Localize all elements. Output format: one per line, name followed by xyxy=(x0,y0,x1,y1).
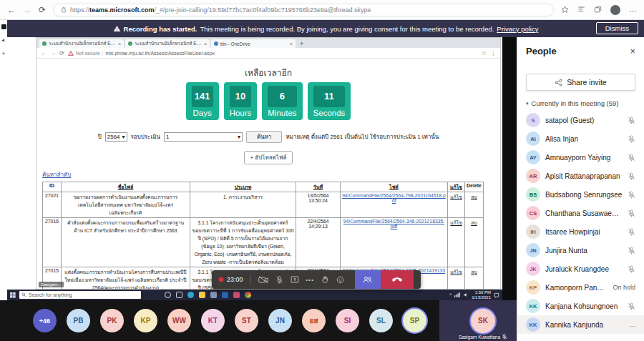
mic-off-button[interactable] xyxy=(275,275,283,284)
edge-icon[interactable] xyxy=(187,292,194,298)
mail-icon[interactable] xyxy=(222,292,228,298)
list-item[interactable]: AR Apisit Rattanaprapanan xyxy=(526,167,635,185)
new-tab-button[interactable]: + xyxy=(300,40,303,48)
file-link[interactable]: 94/CommandFile/2564/2564-346-2021218335.… xyxy=(343,219,444,229)
list-item[interactable]: CS Chanthana Susawaengsup xyxy=(526,204,635,222)
upload-file-button[interactable]: + อัปโหลดไฟล์ xyxy=(244,151,292,164)
avatar[interactable]: SL xyxy=(369,309,393,332)
browser-toolbar: ← → ⟳ https://teams.microsoft.com/_#/pre… xyxy=(0,0,644,20)
tab-close-icon[interactable]: × xyxy=(204,41,207,46)
edit-link[interactable]: แก้ไข xyxy=(448,192,465,218)
shared-url[interactable]: Not secure | mis.phrae.mju.ac.th/Assess/… xyxy=(68,51,478,56)
task-view-icon[interactable] xyxy=(176,292,182,298)
search-button[interactable]: ค้นหา xyxy=(246,131,283,143)
edit-link[interactable]: แก้ไข xyxy=(448,218,465,267)
shared-more-icon[interactable]: ⋮ xyxy=(490,50,496,56)
tab-close-icon[interactable]: × xyxy=(118,41,121,46)
shared-forward-icon[interactable]: → xyxy=(50,50,56,56)
photos-icon[interactable] xyxy=(233,292,240,298)
avatar[interactable]: SI xyxy=(336,309,359,332)
list-item[interactable]: JN Junjira Nunta xyxy=(526,241,635,260)
avatar[interactable]: PB xyxy=(67,309,90,332)
shared-tab-strip: ระบบสำนักงานอิเล็กทรอนิกส์ E-Off × ระบบส… xyxy=(36,38,500,48)
dismiss-button[interactable]: Dismiss xyxy=(596,22,638,34)
file-explorer-icon[interactable] xyxy=(199,292,205,298)
file-link[interactable]: 94/CommandFile/2564/2564-798-2021164518.… xyxy=(342,193,446,203)
list-item[interactable]: JK Juraluck Kruangdee xyxy=(526,260,635,278)
delete-link[interactable]: ลบ xyxy=(465,218,484,267)
raise-hand-button[interactable] xyxy=(321,275,329,284)
camera-off-button[interactable] xyxy=(258,276,268,284)
hang-up-button[interactable] xyxy=(381,270,414,289)
avatar[interactable]: PK xyxy=(100,309,124,332)
profile-avatar-icon[interactable] xyxy=(610,5,620,15)
avatar[interactable]: KT xyxy=(201,309,225,332)
address-bar[interactable]: https://teams.microsoft.com/_#/pre-join-… xyxy=(53,4,554,16)
tab-eoffice-2[interactable]: ระบบสำนักงานอิเล็กทรอนิกส์ E-Off × xyxy=(125,39,210,48)
list-item[interactable]: IH Itsaree Howpinjai xyxy=(526,222,635,241)
chevron-down-icon: ▾ xyxy=(238,134,240,140)
pinned-tile-icon[interactable] xyxy=(1,24,6,29)
volume-icon[interactable] xyxy=(463,292,469,297)
meeting-control-bar: 23:00 ••• xyxy=(212,270,421,289)
reactions-button[interactable] xyxy=(336,276,344,284)
browser-forward-icon[interactable]: → xyxy=(23,5,31,15)
share-invite-button[interactable]: Share invite xyxy=(526,74,635,91)
favorites-star-icon[interactable] xyxy=(561,6,569,14)
browser-more-icon[interactable]: … xyxy=(629,6,637,14)
avatar[interactable]: JN xyxy=(268,309,292,332)
avatar[interactable]: WW xyxy=(167,309,191,332)
shared-page-content: เหลือเวลาอีก 141 Days 10 Hours 6 Minutes… xyxy=(36,59,500,290)
countdown-days: 141 Days xyxy=(186,82,219,120)
shared-back-icon[interactable]: ← xyxy=(41,50,47,56)
lock-app-icon[interactable] xyxy=(210,292,217,298)
close-panel-icon[interactable]: × xyxy=(630,46,635,56)
avatar[interactable]: KP xyxy=(134,309,157,332)
notification-icon[interactable] xyxy=(494,292,499,298)
favorites-bar-icon[interactable] xyxy=(577,6,585,14)
delete-link[interactable]: ลบ xyxy=(465,192,484,218)
list-item[interactable]: AY Amnuayporn Yaiying xyxy=(526,148,635,167)
tab-onedrive[interactable]: bin - OneDrive × xyxy=(211,39,296,48)
show-participants-button[interactable] xyxy=(355,270,381,289)
list-item[interactable]: BS Budsabong Senrungsee xyxy=(526,185,635,204)
delete-link[interactable]: ลบ xyxy=(465,267,484,290)
avatar[interactable]: อส xyxy=(302,309,326,332)
list-item[interactable]: AI Alisa Injan xyxy=(526,129,635,148)
start-button-icon[interactable] xyxy=(10,292,16,298)
year-select[interactable]: 2564▾ xyxy=(105,132,127,142)
avatar[interactable]: ST xyxy=(235,309,258,332)
tab-eoffice-1[interactable]: ระบบสำนักงานอิเล็กทรอนิกส์ E-Off × xyxy=(39,39,124,48)
plus-icon[interactable]: + xyxy=(0,50,7,57)
recording-indicator: 23:00 xyxy=(218,276,243,283)
shared-refresh-icon[interactable]: ⟳ xyxy=(59,50,64,56)
browser-back-icon[interactable]: ← xyxy=(7,5,16,15)
speaker-icon[interactable] xyxy=(1,38,6,43)
taskbar-search-input[interactable]: Search for anything xyxy=(19,291,141,299)
taskbar-clock[interactable]: 1:50 PM 1/13/2021 xyxy=(472,290,491,300)
round-select[interactable]: 1▾ xyxy=(164,132,243,142)
tray-expand-icon[interactable]: ^ xyxy=(449,292,452,297)
list-item[interactable]: KP Kamonporn Panngom On hold xyxy=(526,278,635,297)
speaking-avatar[interactable]: SP xyxy=(403,309,426,332)
browser-refresh-icon[interactable]: ⟳ xyxy=(39,5,46,15)
edit-link[interactable]: แก้ไข xyxy=(448,267,465,290)
video-tile[interactable]: SK Sasigarn Kuwattana xyxy=(439,300,527,341)
privacy-policy-link[interactable]: Privacy policy xyxy=(497,25,538,33)
network-icon[interactable] xyxy=(454,292,460,297)
list-item[interactable]: KK Kannika Kanjunda ... xyxy=(517,315,644,334)
more-actions-button[interactable]: ••• xyxy=(306,277,314,283)
find-order-link[interactable]: ค้นหาลำดับ xyxy=(42,170,71,179)
list-item[interactable]: KK Kanjana Kohsungnoen xyxy=(526,297,635,315)
in-meeting-section-header[interactable]: ▾ Currently in this meeting (59) xyxy=(526,99,635,107)
cortana-icon[interactable] xyxy=(165,292,171,298)
list-item[interactable]: S satapol (Guest) xyxy=(526,111,635,129)
chrome-icon[interactable] xyxy=(245,292,251,298)
page-star-icon[interactable]: ☆ xyxy=(482,50,487,56)
mic-off-icon xyxy=(628,154,635,162)
tab-close-icon[interactable]: × xyxy=(290,41,293,46)
collections-icon[interactable] xyxy=(594,6,602,14)
share-screen-button[interactable] xyxy=(291,275,299,284)
overflow-count-avatar[interactable]: +46 xyxy=(33,309,57,332)
more-options-icon[interactable]: ... xyxy=(630,321,635,328)
